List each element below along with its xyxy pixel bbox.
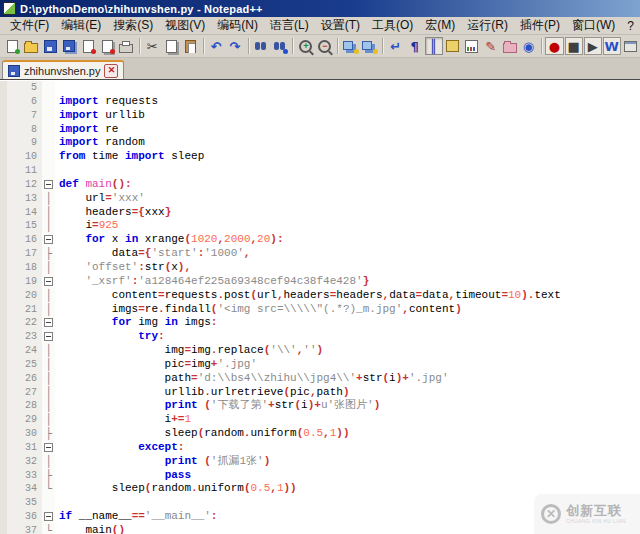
bookmark-margin[interactable] xyxy=(0,330,7,344)
fold-collapse-icon[interactable] xyxy=(44,332,53,341)
fold-margin[interactable]: │ xyxy=(42,455,55,469)
new-file-button[interactable] xyxy=(4,37,22,55)
copy-button[interactable] xyxy=(162,37,180,55)
fold-collapse-icon[interactable] xyxy=(44,277,53,286)
fold-margin[interactable]: │ xyxy=(42,413,55,427)
word-wrap-button[interactable]: ↵ xyxy=(387,37,405,55)
fold-margin[interactable] xyxy=(42,316,55,330)
fold-margin[interactable]: │ xyxy=(42,372,55,386)
macro-save-button[interactable] xyxy=(622,37,640,55)
code-line[interactable]: 28│ print ('下载了第'+str(i)+u'张图片') xyxy=(0,399,640,413)
menu-item-?[interactable]: ? xyxy=(621,19,640,33)
zoom-in-button[interactable]: + xyxy=(297,37,315,55)
macro-stop-button[interactable]: ■ xyxy=(565,37,583,55)
zoom-out-button[interactable]: − xyxy=(316,37,334,55)
sync-vertical-scroll-button[interactable] xyxy=(342,37,360,55)
code-line[interactable]: 27│ urllib.urlretrieve(pic,path) xyxy=(0,386,640,400)
menu-item-插件[interactable]: 插件(P) xyxy=(514,17,566,34)
code-line[interactable]: 22 for img in imgs: xyxy=(0,316,640,330)
bookmark-margin[interactable] xyxy=(0,441,7,455)
bookmark-margin[interactable] xyxy=(0,261,7,275)
code-editor[interactable]: 56import requests7import urllib8import r… xyxy=(0,80,640,534)
code-line[interactable]: 33├ pass xyxy=(0,469,640,483)
fold-margin[interactable]: │ xyxy=(42,219,55,233)
code-line[interactable]: 14│ headers={xxx} xyxy=(0,206,640,220)
bookmark-margin[interactable] xyxy=(0,247,7,261)
code-line[interactable]: 26│ path='d:\\bs4\\zhihu\\jpg4\\'+str(i)… xyxy=(0,372,640,386)
fold-margin[interactable]: │ xyxy=(42,192,55,206)
cut-button[interactable]: ✂ xyxy=(143,37,161,55)
bookmark-margin[interactable] xyxy=(0,206,7,220)
function-list-button[interactable] xyxy=(463,37,481,55)
fold-margin[interactable]: │ xyxy=(42,261,55,275)
show-all-characters-button[interactable]: ¶ xyxy=(406,37,424,55)
code-line[interactable]: 32│ print ('抓漏1张') xyxy=(0,455,640,469)
code-line[interactable]: 5 xyxy=(0,81,640,95)
fold-collapse-icon[interactable] xyxy=(44,443,53,452)
menu-item-窗口[interactable]: 窗口(W) xyxy=(566,17,621,34)
code-line[interactable]: 15│ i=925 xyxy=(0,219,640,233)
fold-margin[interactable] xyxy=(42,441,55,455)
fold-margin[interactable]: │ xyxy=(42,358,55,372)
code-line[interactable]: 24│ img=img.replace('\\','') xyxy=(0,344,640,358)
code-line[interactable]: 17├ data={'start':'1000', xyxy=(0,247,640,261)
fold-collapse-icon[interactable] xyxy=(44,235,53,244)
bookmark-margin[interactable] xyxy=(0,219,7,233)
save-all-button[interactable] xyxy=(60,37,78,55)
fold-margin[interactable] xyxy=(42,233,55,247)
menu-item-编码[interactable]: 编码(N) xyxy=(211,17,264,34)
close-all-button[interactable] xyxy=(98,37,116,55)
bookmark-margin[interactable] xyxy=(0,358,7,372)
fold-margin[interactable]: │ xyxy=(42,206,55,220)
menu-item-搜索[interactable]: 搜索(S) xyxy=(107,17,159,34)
bookmark-margin[interactable] xyxy=(0,344,7,358)
undo-button[interactable]: ↶ xyxy=(207,37,225,55)
fold-margin[interactable] xyxy=(42,81,55,95)
fold-margin[interactable]: ├ xyxy=(42,247,55,261)
fold-margin[interactable]: └ xyxy=(42,482,55,496)
code-line[interactable]: 6import requests xyxy=(0,95,640,109)
code-line[interactable]: 23 try: xyxy=(0,330,640,344)
fold-margin[interactable] xyxy=(42,275,55,289)
fold-margin[interactable] xyxy=(42,123,55,137)
bookmark-margin[interactable] xyxy=(0,386,7,400)
bookmark-margin[interactable] xyxy=(0,178,7,192)
fold-margin[interactable] xyxy=(42,510,55,524)
menu-item-编辑[interactable]: 编辑(E) xyxy=(55,17,107,34)
bookmark-margin[interactable] xyxy=(0,427,7,441)
bookmark-margin[interactable] xyxy=(0,164,7,178)
fold-margin[interactable]: │ xyxy=(42,303,55,317)
bookmark-margin[interactable] xyxy=(0,233,7,247)
fold-margin[interactable] xyxy=(42,150,55,164)
bookmark-margin[interactable] xyxy=(0,275,7,289)
fold-margin[interactable] xyxy=(42,496,55,510)
bookmark-margin[interactable] xyxy=(0,95,7,109)
code-line[interactable]: 18│ 'offset':str(x), xyxy=(0,261,640,275)
fold-margin[interactable]: │ xyxy=(42,399,55,413)
code-line[interactable]: 11 xyxy=(0,164,640,178)
bookmark-margin[interactable] xyxy=(0,469,7,483)
open-file-button[interactable] xyxy=(22,37,40,55)
menu-item-视图[interactable]: 视图(V) xyxy=(159,17,211,34)
code-line[interactable]: 31 except: xyxy=(0,441,640,455)
code-line[interactable]: 12def main(): xyxy=(0,178,640,192)
folder-as-workspace-button[interactable] xyxy=(501,37,519,55)
bookmark-margin[interactable] xyxy=(0,455,7,469)
macro-play-button[interactable]: ▶ xyxy=(584,37,602,55)
fold-margin[interactable]: │ xyxy=(42,344,55,358)
fold-margin[interactable] xyxy=(42,136,55,150)
bookmark-margin[interactable] xyxy=(0,123,7,137)
fold-collapse-icon[interactable] xyxy=(44,512,53,521)
bookmark-margin[interactable] xyxy=(0,109,7,123)
fold-margin[interactable]: │ xyxy=(42,386,55,400)
bookmark-margin[interactable] xyxy=(0,289,7,303)
menu-item-设置[interactable]: 设置(T) xyxy=(315,17,366,34)
menu-item-文件[interactable]: 文件(F) xyxy=(4,17,55,34)
bookmark-margin[interactable] xyxy=(0,496,7,510)
bookmark-margin[interactable] xyxy=(0,136,7,150)
bookmark-margin[interactable] xyxy=(0,482,7,496)
redo-button[interactable]: ↷ xyxy=(226,37,244,55)
fold-margin[interactable] xyxy=(42,330,55,344)
sync-horizontal-scroll-button[interactable] xyxy=(361,37,379,55)
bookmark-margin[interactable] xyxy=(0,316,7,330)
